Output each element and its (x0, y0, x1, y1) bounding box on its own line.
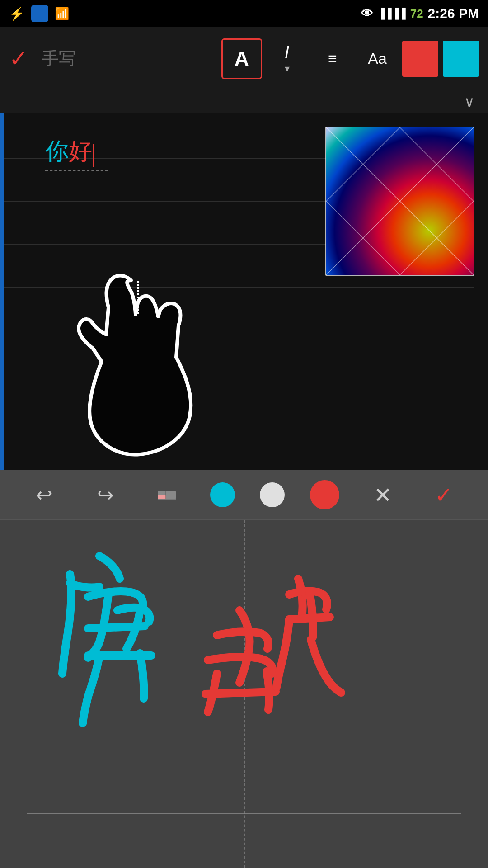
cyan-text-part: 你 (45, 138, 69, 164)
color-picker-gradient (326, 127, 474, 275)
align-button[interactable]: ≡ (312, 38, 352, 79)
handwritten-text: 你好 (45, 136, 94, 167)
paper-line (0, 330, 474, 330)
undo-icon: ↩ (36, 483, 52, 506)
undo-button[interactable]: ↩ (26, 477, 62, 513)
redo-button[interactable]: ↪ (87, 477, 123, 513)
text-underline (45, 170, 108, 171)
wifi-icon: 📶 (55, 7, 69, 21)
color-red-dot[interactable] (310, 480, 339, 509)
font-size-label: Aa (368, 50, 387, 67)
paper-line (0, 416, 474, 416)
text-input-area[interactable]: 你好 (45, 136, 94, 167)
color-cyan-button[interactable] (443, 41, 479, 77)
redo-icon: ↪ (97, 483, 114, 506)
confirm-icon: ✓ (435, 482, 453, 508)
eraser-button[interactable] (149, 477, 185, 513)
align-icon: ≡ (328, 50, 336, 67)
italic-dropdown-icon: ▾ (285, 63, 290, 75)
color-white-dot[interactable] (260, 482, 285, 507)
font-A-label: A (235, 47, 249, 70)
left-margin-bar (0, 113, 4, 470)
collapse-icon[interactable]: ∨ (464, 93, 474, 110)
status-right-icons: 👁 ▐▐▐▐ 72 2:26 PM (361, 6, 479, 21)
signal-icon: ▐▐▐▐ (377, 8, 405, 19)
confirm-button[interactable]: ✓ (426, 477, 462, 513)
status-bar: ⚡ 📶 👁 ▐▐▐▐ 72 2:26 PM (0, 0, 488, 27)
time-display: 2:26 PM (428, 6, 479, 21)
italic-label: I (285, 42, 290, 62)
eye-icon: 👁 (361, 7, 373, 21)
handwriting-canvas[interactable] (0, 520, 488, 868)
svg-rect-7 (158, 495, 166, 500)
color-red-button[interactable] (402, 41, 438, 77)
status-left-icons: ⚡ 📶 (9, 5, 69, 22)
paper-line (0, 373, 474, 373)
color-cyan-dot[interactable] (210, 482, 235, 507)
collapse-row[interactable]: ∨ (0, 90, 488, 113)
cancel-button[interactable]: ✕ (365, 477, 401, 513)
eraser-icon (155, 481, 178, 508)
italic-button[interactable]: I ▾ (267, 38, 307, 79)
handwriting-input-area[interactable] (0, 520, 488, 868)
bottom-toolbar: ↩ ↪ ✕ ✓ (0, 470, 488, 520)
text-cursor (93, 144, 94, 167)
paper-line (0, 457, 474, 457)
confirm-check-button[interactable]: ✓ (9, 46, 28, 72)
red-text-part: 好 (69, 138, 92, 164)
color-picker[interactable] (325, 127, 474, 276)
canvas-area: 你好 (0, 113, 488, 470)
font-style-A-button[interactable]: A (221, 38, 262, 79)
bottom-panel: ↩ ↪ ✕ ✓ (0, 470, 488, 868)
font-size-button[interactable]: Aa (357, 38, 398, 79)
color-picker-x-lines (326, 127, 474, 275)
battery-level: 72 (410, 7, 423, 21)
cancel-icon: ✕ (374, 482, 392, 508)
usb-icon: ⚡ (9, 6, 25, 21)
paper-line (0, 287, 474, 288)
toolbar: ✓ 手写 A I ▾ ≡ Aa (0, 27, 488, 90)
app-icon (31, 5, 48, 22)
toolbar-title: 手写 (42, 47, 76, 70)
